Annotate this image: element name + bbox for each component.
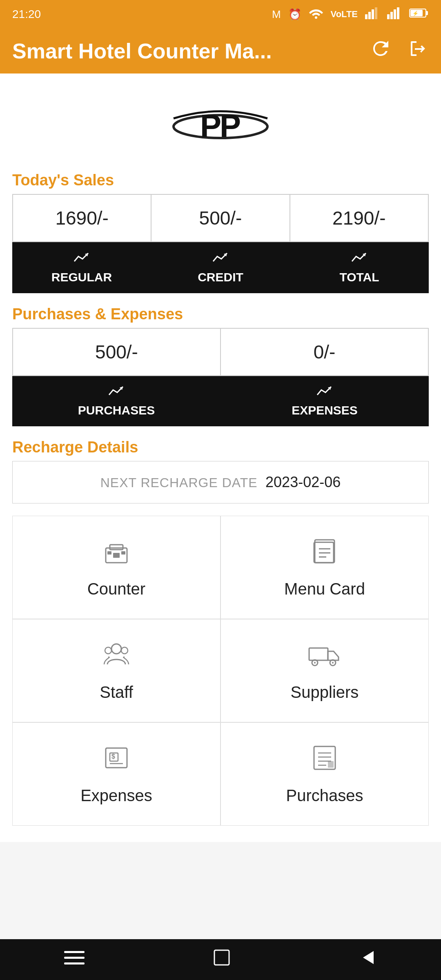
svg-point-31 <box>105 647 111 654</box>
nav-home-icon[interactable] <box>213 949 231 971</box>
signal-icon <box>365 7 380 22</box>
credit-value: 500/- <box>151 194 290 242</box>
purchases-menu-item[interactable]: Purchases <box>220 722 429 826</box>
signal2-icon <box>387 7 402 22</box>
svg-rect-2 <box>368 12 371 19</box>
regular-value: 1690/- <box>13 194 151 242</box>
expenses-trend-icon <box>316 385 333 400</box>
recharge-label: Recharge Details <box>12 439 429 456</box>
counter-menu-item[interactable]: Counter <box>12 516 220 619</box>
purchases-labels-row: PURCHASES EXPENSES <box>12 376 429 426</box>
total-label: TOTAL <box>339 270 379 284</box>
menu-card-icon <box>310 537 339 572</box>
alarm-icon: ⏰ <box>288 8 301 21</box>
regular-label: REGULAR <box>51 270 112 284</box>
total-label-cell[interactable]: TOTAL <box>290 242 429 293</box>
status-icons: M ⏰ VoLTE <box>272 7 429 22</box>
staff-menu-item[interactable]: Staff <box>12 619 220 722</box>
svg-rect-11 <box>426 11 428 15</box>
suppliers-label: Suppliers <box>291 683 359 702</box>
logo-container: PP <box>12 90 429 167</box>
credit-label: CREDIT <box>198 270 243 284</box>
app-title: Smart Hotel Counter Ma... <box>12 39 272 63</box>
staff-icon <box>102 640 131 676</box>
svg-text:$: $ <box>111 753 115 760</box>
app-bar-actions <box>370 38 429 64</box>
nav-menu-icon[interactable] <box>64 949 85 970</box>
svg-point-30 <box>111 644 121 654</box>
expenses-label: EXPENSES <box>292 403 358 417</box>
status-bar: 21:20 M ⏰ VoLTE <box>0 0 441 29</box>
battery-icon: ⚡ <box>409 7 429 22</box>
svg-rect-22 <box>113 553 120 558</box>
svg-rect-5 <box>387 14 390 19</box>
today-sales-label: Today's Sales <box>12 172 429 189</box>
svg-rect-48 <box>64 951 85 953</box>
svg-rect-50 <box>64 962 85 964</box>
expenses-label-cell[interactable]: EXPENSES <box>220 376 429 426</box>
svg-rect-49 <box>64 957 85 959</box>
purchases-values-grid: 500/- 0/- <box>12 328 429 376</box>
purchases-label: PURCHASES <box>78 403 155 417</box>
svg-rect-3 <box>372 9 374 19</box>
staff-label: Staff <box>100 683 133 702</box>
svg-rect-47 <box>328 761 334 768</box>
svg-rect-51 <box>214 950 229 965</box>
svg-text:⚡: ⚡ <box>412 10 419 16</box>
total-value: 2190/- <box>290 194 428 242</box>
menu-grid: Counter Menu Card <box>12 516 429 826</box>
svg-rect-7 <box>394 9 396 19</box>
menu-card-label: Menu Card <box>284 580 365 598</box>
sales-labels-row: REGULAR CREDIT TOTAL <box>12 242 429 293</box>
credit-trend-icon <box>212 251 229 267</box>
sales-values-grid: 1690/- 500/- 2190/- <box>12 194 429 242</box>
expenses-menu-item[interactable]: $ Expenses <box>12 722 220 826</box>
counter-label: Counter <box>87 580 145 598</box>
svg-rect-33 <box>309 648 328 660</box>
gmail-icon: M <box>272 8 281 21</box>
suppliers-icon <box>308 640 341 676</box>
refresh-button[interactable] <box>370 38 391 64</box>
bottom-spacer <box>0 842 441 891</box>
nav-back-icon[interactable] <box>359 949 377 971</box>
recharge-prefix: NEXT RECHARGE DATE <box>100 475 258 490</box>
svg-point-0 <box>315 16 317 19</box>
svg-rect-23 <box>107 551 111 555</box>
purchases-label: Purchases <box>286 786 363 805</box>
suppliers-menu-item[interactable]: Suppliers <box>220 619 429 722</box>
credit-label-cell[interactable]: CREDIT <box>151 242 290 293</box>
expenses-icon: $ <box>102 743 131 779</box>
regular-label-cell[interactable]: REGULAR <box>12 242 151 293</box>
svg-rect-4 <box>375 7 377 19</box>
svg-rect-8 <box>397 7 399 19</box>
status-time: 21:20 <box>12 8 41 21</box>
regular-trend-icon <box>74 251 90 267</box>
lte-icon: VoLTE <box>331 9 358 20</box>
svg-rect-21 <box>110 545 123 550</box>
svg-text:PP: PP <box>200 108 240 144</box>
svg-rect-38 <box>106 748 127 768</box>
logout-button[interactable] <box>408 38 429 64</box>
svg-point-32 <box>121 647 128 654</box>
recharge-box: NEXT RECHARGE DATE 2023-02-06 <box>12 461 429 503</box>
app-bar: Smart Hotel Counter Ma... <box>0 29 441 74</box>
svg-rect-24 <box>121 551 125 555</box>
svg-marker-52 <box>363 951 374 964</box>
svg-rect-25 <box>315 540 334 563</box>
purchases-expenses-label: Purchases & Expenses <box>12 305 429 323</box>
total-trend-icon <box>351 251 368 267</box>
recharge-date: 2023-02-06 <box>265 474 341 490</box>
expenses-label: Expenses <box>80 786 152 805</box>
wifi-icon <box>309 7 323 22</box>
menu-card-item[interactable]: Menu Card <box>220 516 429 619</box>
svg-rect-6 <box>390 12 393 19</box>
bottom-nav <box>0 939 441 980</box>
purchases-value: 500/- <box>13 328 220 376</box>
svg-rect-1 <box>365 14 368 19</box>
expenses-value: 0/- <box>220 328 428 376</box>
svg-point-37 <box>332 662 334 664</box>
purchases-trend-icon <box>108 385 125 400</box>
svg-point-35 <box>314 662 316 664</box>
purchases-label-cell[interactable]: PURCHASES <box>12 376 220 426</box>
logo: PP <box>167 102 274 151</box>
